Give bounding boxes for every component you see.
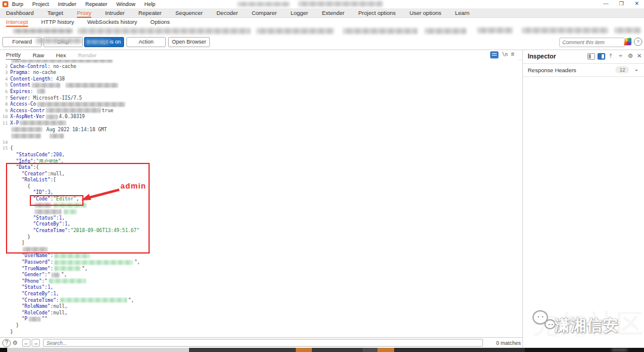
tab-logger[interactable]: Logger [290,8,308,18]
code-line: "CreateBy":1, [0,291,518,298]
redacted-text [49,134,64,138]
code-token: "CreateBy" [21,291,50,297]
code-token: : [50,260,53,265]
tab-comparer[interactable]: Comparer [252,8,277,18]
menu-repeater[interactable]: Repeater [85,1,107,7]
tab-proxy[interactable]: Proxy [77,8,91,18]
code-line: 8Access-Co [0,101,518,108]
code-line: 15{ [0,146,518,152]
help-icon[interactable]: ? [634,38,642,46]
menu-burp[interactable]: Burp [12,1,23,7]
tab-dashboard[interactable]: Dashboard [6,8,33,18]
code-line: "UserName": [0,253,518,260]
comment-input[interactable] [559,38,625,47]
taskbar-segment [7,348,189,352]
editor-view-tabs: PrettyRawHexRender [0,50,522,60]
tab-extender[interactable]: Extender [322,8,345,18]
menu-window[interactable]: Window [116,1,135,7]
tab-target[interactable]: Target [47,8,63,18]
view-tab-render[interactable]: Render [78,52,97,58]
tab-intruder[interactable]: Intruder [105,8,125,18]
code-token: } [10,329,13,335]
code-token [10,310,21,316]
annotation-admin-label: admin [120,181,146,190]
line-number: 2 [0,64,8,70]
close-button[interactable]: ✕ [630,0,643,8]
proxy-sub-tab-bar: InterceptHTTP historyWebSockets historyO… [0,18,644,27]
menu-project[interactable]: Project [32,1,49,7]
code-line: "RoleCode":null, [0,310,518,317]
code-token: : [50,253,53,258]
code-token: , [62,152,65,158]
editor-menu-icon[interactable]: ≡ [511,51,515,57]
code-token: , [56,291,59,297]
code-line: "TrueName":", [0,266,518,273]
code-token: X-P [10,121,18,126]
redacted-project-name [237,2,290,7]
code-line: 10X-AspNet-Ver4.0.30319 [0,114,518,121]
main-tab-bar: DashboardTargetProxyIntruderRepeaterSequ… [0,8,644,18]
line-number: 7 [0,95,8,102]
show-newlines-icon[interactable]: \n [502,52,508,57]
search-help-icon[interactable]: ? [2,339,11,347]
subtab-intercept[interactable]: Intercept [6,18,28,27]
pretty-print-icon[interactable] [490,51,499,58]
code-token: :null, [50,310,67,316]
code-token: : [50,76,56,82]
open-browser-button[interactable]: Open Browser [168,37,210,47]
inspector-close-icon[interactable]: ✕ [637,53,642,59]
line-number: 15 [0,146,8,152]
annotation-arrow [76,185,124,204]
tab-decoder[interactable]: Decoder [216,8,238,18]
search-prev-icon[interactable]: ← [22,339,30,347]
maximize-button[interactable]: ❐ [615,0,628,8]
tab-user-options[interactable]: User options [410,8,441,18]
code-line: } [0,323,518,329]
tab-project-options[interactable]: Project options [358,8,396,18]
tab-repeater[interactable]: Repeater [138,8,162,18]
code-token: ", [128,298,134,303]
subtab-options[interactable]: Options [150,18,170,27]
code-line: 6Expires: [0,89,518,95]
taskbar-segment [0,348,7,352]
minimize-button[interactable]: — [599,0,612,8]
code-token: "UserName" [21,253,50,258]
view-tab-pretty[interactable]: Pretty [6,50,21,60]
inspector-settings-icon[interactable]: ⚙ [628,53,633,59]
search-input[interactable] [43,339,483,347]
collapse-all-icon[interactable]: ÷ [619,53,623,59]
menu-bar: BurpProjectIntruderRepeaterWindowHelp [12,0,156,8]
redacted-text [54,266,80,271]
annotation-box-data [6,163,150,254]
layout-right-icon[interactable] [597,53,605,60]
tab-learn[interactable]: Learn [455,8,469,18]
code-token: true [102,108,113,113]
action-button[interactable]: Action [126,37,166,47]
layout-left-icon[interactable] [587,53,595,60]
search-next-icon[interactable]: → [32,339,40,347]
view-tab-hex[interactable]: Hex [56,52,66,58]
subtab-http-history[interactable]: HTTP history [41,18,74,27]
watermark-brand: 潇湘信安 [555,315,619,336]
menu-intruder[interactable]: Intruder [58,1,76,7]
menu-help[interactable]: Help [144,1,156,7]
redacted-text [54,260,133,265]
expand-all-icon[interactable]: ⤒ [609,53,612,60]
code-line: "RoleName":null, [0,304,518,310]
code-token: X-AspNet-Ver [10,114,45,119]
tab-sequencer[interactable]: Sequencer [175,8,203,18]
redacted-text [66,83,118,88]
view-tab-raw[interactable]: Raw [33,52,44,58]
code-token: 4.0.30319 [59,114,85,119]
code-token [10,304,21,309]
code-token: ", [134,260,140,265]
subtab-websockets-history[interactable]: WebSockets history [87,18,137,27]
search-settings-icon[interactable]: ⚙ [13,339,18,346]
line-number: 9 [0,108,8,115]
redacted-text [11,134,41,138]
redacted-button-overlay [36,38,82,44]
response-headers-section[interactable]: Response Headers 12 ⌄ [523,64,644,77]
code-line: "Gender":"", [0,272,518,279]
code-token: : [30,89,36,94]
code-line: "Phone":" [0,279,518,285]
